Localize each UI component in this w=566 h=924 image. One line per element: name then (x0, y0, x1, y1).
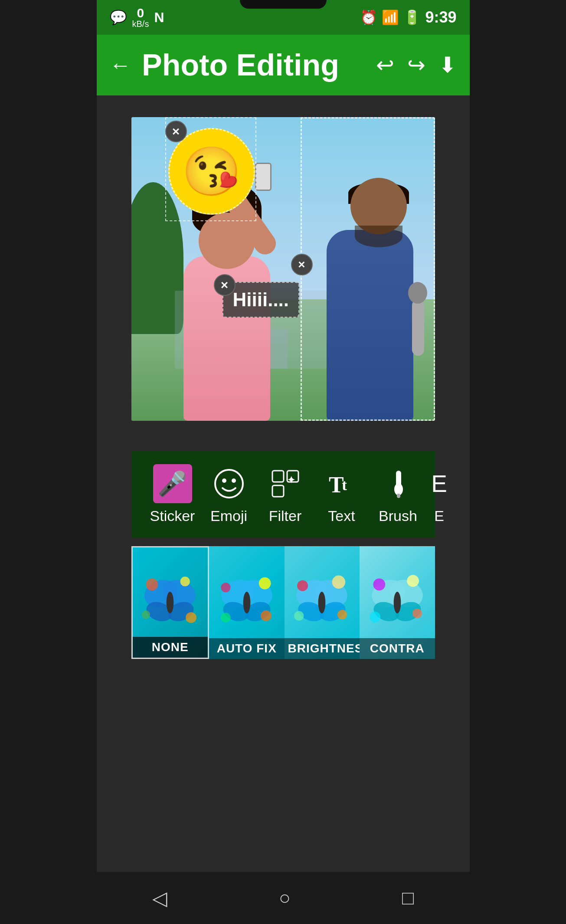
svg-point-34 (318, 592, 326, 613)
close-text-button[interactable]: × (214, 274, 236, 296)
close-selection-button[interactable]: × (291, 254, 313, 275)
svg-point-29 (261, 610, 272, 621)
butterfly-svg-4 (367, 557, 427, 648)
svg-text:✦: ✦ (287, 475, 295, 485)
bottom-nav: ◁ ○ □ (97, 872, 470, 924)
filter-autofix[interactable]: AUTO FIX (209, 546, 285, 659)
filter-icon: ✦ (266, 464, 305, 503)
n-network-icon: N (154, 10, 164, 26)
tool-brush[interactable]: Brush (370, 464, 426, 524)
sticker-label: Sticker (150, 508, 195, 524)
svg-point-27 (259, 577, 271, 590)
svg-point-26 (221, 583, 230, 592)
svg-point-19 (142, 610, 150, 619)
svg-point-10 (394, 483, 403, 495)
extra-label: E (434, 508, 444, 524)
photo-canvas[interactable]: 😘 × Hiiii.... × × (131, 117, 435, 421)
tool-sticker[interactable]: 🎤 Sticker (144, 464, 201, 524)
tool-text[interactable]: T t Text (314, 464, 370, 524)
undo-button[interactable]: ↩ (376, 52, 394, 78)
emoji-svg (214, 469, 244, 499)
brush-svg (383, 469, 413, 499)
top-bar: ← Photo Editing ↩ ↪ ⬇ (97, 35, 470, 95)
svg-point-2 (232, 478, 236, 483)
nav-home-button[interactable]: ○ (262, 882, 308, 914)
filter-contrast-label: CONTRA (360, 638, 435, 659)
toolbar-actions: ↩ ↪ ⬇ (376, 52, 457, 78)
data-speed: 0 kB/s (132, 7, 149, 28)
butterfly-svg-1 (140, 558, 200, 646)
svg-point-36 (332, 576, 346, 589)
svg-point-1 (222, 478, 226, 483)
brush-label: Brush (379, 508, 417, 524)
svg-point-17 (146, 578, 158, 590)
redo-button[interactable]: ↪ (407, 52, 425, 78)
svg-rect-5 (272, 485, 284, 497)
svg-point-47 (412, 609, 422, 618)
sticker-icon: 🎤 (153, 464, 192, 503)
filter-brightness[interactable]: BRIGHTNESS (285, 546, 360, 659)
selection-crop-box: × (301, 117, 435, 421)
svg-point-25 (243, 592, 250, 613)
phone-in-hand (255, 163, 272, 191)
status-left: 💬 0 kB/s N (110, 7, 164, 28)
tools-row: 🎤 Sticker Emoji (140, 464, 426, 524)
clock-display: 9:39 (425, 8, 456, 26)
svg-point-45 (407, 575, 419, 587)
nav-back-button[interactable]: ◁ (135, 882, 185, 914)
download-button[interactable]: ⬇ (438, 52, 457, 78)
filter-contrast[interactable]: CONTRA (360, 546, 435, 659)
svg-point-46 (370, 612, 380, 623)
svg-point-0 (215, 470, 243, 498)
emoji-sticker-face: 😘 (182, 144, 241, 200)
extra-icon: E (420, 464, 459, 503)
signal-icon: 📶 (382, 9, 399, 26)
text-icon: T t (322, 464, 361, 503)
alarm-icon: ⏰ (360, 9, 377, 26)
spacer-top (97, 95, 470, 117)
nav-recent-button[interactable]: □ (385, 882, 431, 914)
brush-icon (379, 464, 418, 503)
tool-filter[interactable]: ✦ Filter (257, 464, 314, 524)
svg-point-43 (393, 592, 401, 613)
sticker-preview: 🎤 (153, 464, 192, 503)
filter-none-label: NONE (133, 637, 208, 658)
butterfly-svg-3 (292, 557, 352, 648)
svg-point-37 (294, 611, 304, 620)
tools-section: 🎤 Sticker Emoji (131, 451, 435, 537)
svg-rect-3 (272, 471, 284, 482)
tool-extra[interactable]: E E (426, 464, 452, 524)
filter-autofix-label: AUTO FIX (209, 638, 285, 659)
svg-point-38 (337, 610, 347, 619)
svg-point-18 (180, 577, 190, 586)
whatsapp-icon: 💬 (110, 9, 127, 26)
status-right: ⏰ 📶 🔋 9:39 (360, 8, 456, 26)
svg-point-20 (186, 612, 196, 623)
svg-point-16 (167, 592, 174, 613)
svg-point-28 (221, 613, 230, 623)
filter-none[interactable]: NONE (131, 546, 209, 659)
text-svg: T t (327, 469, 357, 499)
svg-point-35 (297, 580, 308, 591)
svg-rect-11 (397, 494, 400, 498)
close-sticker-button[interactable]: × (165, 121, 187, 142)
tool-emoji[interactable]: Emoji (201, 464, 257, 524)
text-label: Text (328, 508, 355, 524)
page-title: Photo Editing (105, 48, 376, 82)
emoji-icon (209, 464, 249, 503)
filter-label: Filter (269, 508, 302, 524)
filter-svg: ✦ (270, 469, 301, 499)
notch (240, 0, 327, 9)
battery-icon: 🔋 (403, 9, 421, 26)
svg-text:t: t (342, 476, 347, 494)
emoji-label: Emoji (210, 508, 247, 524)
filter-row: NONE AUTO FIX (131, 546, 435, 659)
filter-brightness-label: BRIGHTNESS (285, 638, 360, 659)
butterfly-svg-2 (216, 557, 277, 648)
svg-point-44 (373, 578, 385, 590)
spacer-middle (97, 421, 470, 438)
